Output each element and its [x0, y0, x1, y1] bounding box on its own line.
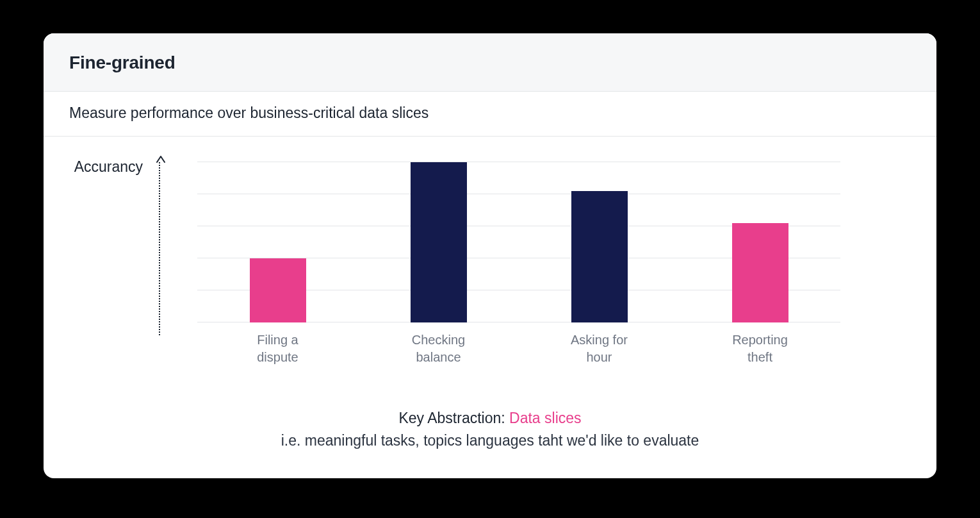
bar-label: Asking for hour	[548, 331, 651, 366]
bar	[732, 223, 788, 322]
y-axis	[159, 162, 160, 335]
bar-label: Checking balance	[388, 331, 490, 366]
arrow-up-icon	[155, 156, 167, 167]
bar-label: Filing a dispute	[227, 331, 329, 366]
footer-sub: i.e. meaningful tasks, topics languages …	[44, 430, 936, 452]
bar	[411, 162, 467, 322]
chart-wrap: Accurancy Filing a disputeChecking balan…	[159, 162, 840, 355]
y-axis-label: Accurancy	[47, 158, 143, 176]
chart-body: Accurancy Filing a disputeChecking balan…	[44, 137, 936, 478]
bar	[250, 258, 306, 322]
bar-slot: Checking balance	[358, 162, 519, 322]
bars-container: Filing a disputeChecking balanceAsking f…	[197, 162, 840, 322]
footer-prefix: Key Abstraction:	[398, 410, 509, 426]
card-subtitle-row: Measure performance over business-critic…	[44, 92, 936, 137]
card-header: Fine-grained	[44, 33, 936, 92]
plot-area: Filing a disputeChecking balanceAsking f…	[197, 162, 840, 322]
bar-slot: Asking for hour	[519, 162, 680, 322]
bar-label: Reporting theft	[709, 331, 812, 366]
bar	[571, 191, 628, 322]
footer-highlight: Data slices	[509, 410, 581, 426]
card-subtitle: Measure performance over business-critic…	[69, 104, 911, 122]
footer-caption: Key Abstraction: Data slices i.e. meanin…	[44, 407, 936, 451]
bar-slot: Reporting theft	[680, 162, 840, 322]
card-title: Fine-grained	[69, 53, 911, 73]
bar-slot: Filing a dispute	[197, 162, 358, 322]
chart-card: Fine-grained Measure performance over bu…	[44, 33, 936, 478]
